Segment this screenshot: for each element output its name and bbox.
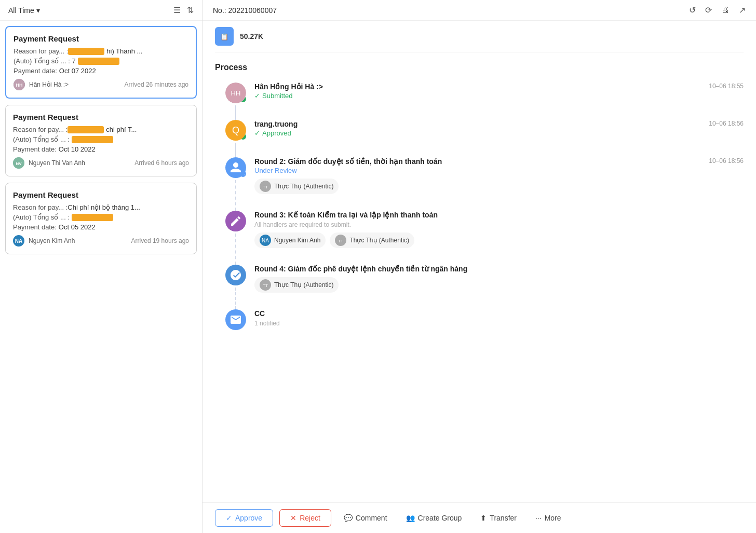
timeline-step-3: ··· Round 2: Giám đốc duyệt số tiền, thờ…	[225, 157, 744, 194]
process-section: Process HH ✓	[215, 52, 744, 330]
step3-header: Round 2: Giám đốc duyệt số tiền, thời hạ…	[254, 157, 744, 166]
approved-label: Approved	[262, 129, 291, 137]
svg-text:TT: TT	[263, 283, 268, 288]
transfer-button[interactable]: ⬆ Transfer	[474, 510, 523, 526]
svg-text:NV: NV	[16, 161, 22, 166]
tong-so-row-3: (Auto) Tổng số ... :	[13, 213, 189, 221]
timeline-step-2: Q ✓ trang.truong 10–06 18:56 ✓	[225, 120, 744, 141]
step4-icon-wrapper	[225, 211, 246, 231]
payment-date-1: Oct 07 2022	[59, 67, 96, 75]
tong-so-label-2: (Auto) Tổng số ... :	[13, 135, 70, 143]
time-filter[interactable]: All Time ▾	[8, 6, 40, 15]
chevron-down-icon: ▾	[36, 6, 40, 15]
payment-date-2: Oct 10 2022	[59, 145, 96, 153]
reason-blur-2	[68, 126, 104, 133]
card-list: Payment Request Reason for pay... : hi) …	[0, 21, 202, 533]
reason-blur-1	[68, 48, 104, 55]
step2-content: trang.truong 10–06 18:56 ✓ Approved	[254, 120, 744, 137]
step6-header: CC	[254, 309, 744, 318]
sender-name-3: Nguyen Kim Anh	[29, 237, 75, 244]
step2-time: 10–06 18:56	[709, 120, 744, 127]
payment-date-row-3: Payment date: Oct 05 2022	[13, 223, 189, 231]
step3-icon-wrapper: ···	[225, 157, 246, 178]
step4-name: Round 3: Kế toán Kiểm tra lại và lập lện…	[254, 211, 438, 219]
right-header: No.: 202210060007 ↺ ⟳ 🖨 ↗	[203, 0, 756, 21]
card-title-3: Payment Request	[13, 190, 189, 199]
sort-icon[interactable]: ⇅	[187, 5, 194, 15]
assignee-chip-tt3: TT Thực Thụ (Authentic)	[254, 277, 339, 293]
arrived-1: Arrived 26 minutes ago	[125, 81, 188, 88]
card-footer-3: NA Nguyen Kim Anh Arrived 19 hours ago	[13, 235, 189, 247]
step2-status: ✓ Approved	[254, 129, 744, 137]
assignee-img-tt3: TT	[260, 279, 271, 291]
step5-line	[235, 288, 236, 309]
document-number: No.: 202210060007	[213, 6, 277, 15]
timeline-step-6: CC 1 notified	[225, 309, 744, 330]
tong-so-label-3: (Auto) Tổng số ... :	[13, 213, 70, 221]
submitted-label: Submitted	[262, 92, 293, 100]
payment-card-3[interactable]: Payment Request Reason for pay... : Chi …	[5, 183, 197, 254]
approved-check-icon: ✓	[254, 129, 260, 137]
process-title: Process	[215, 63, 744, 72]
reload-icon[interactable]: ⟳	[705, 5, 712, 15]
reject-button[interactable]: ✕ Reject	[279, 509, 331, 527]
reason-text-3: Chi phí nội bộ tháng 1...	[68, 203, 140, 211]
assignee-name-tt3: Thực Thụ (Authentic)	[274, 281, 333, 289]
tong-so-blur-3	[72, 214, 113, 221]
avatar-3: NA	[13, 235, 24, 247]
more-icon: ···	[535, 514, 542, 522]
print-icon[interactable]: 🖨	[721, 5, 730, 15]
amount-value: 50.27K	[240, 32, 263, 40]
left-header-actions: ☰ ⇅	[173, 5, 194, 15]
payment-card-1[interactable]: Payment Request Reason for pay... : hi) …	[5, 26, 197, 99]
step1-icon-wrapper: HH ✓	[225, 83, 246, 103]
step6-content: CC 1 notified	[254, 309, 744, 327]
reason-text-1: hi) Thanh ...	[106, 47, 142, 55]
left-panel: All Time ▾ ☰ ⇅ Payment Request Reason fo…	[0, 0, 203, 533]
step6-name: CC	[254, 309, 265, 318]
assignee-avatar-na: NA	[260, 235, 271, 246]
assignee-avatar-tt2: TT	[335, 235, 346, 246]
payment-date-label-1: Payment date:	[14, 67, 57, 75]
step4-assignees: NA Nguyen Kim Anh TT Thực Thụ (Authentic…	[254, 233, 744, 248]
share-icon[interactable]: ↗	[739, 5, 746, 15]
assignee-chip-1: TT Thực Thụ (Authentic)	[254, 179, 339, 194]
payment-card-2[interactable]: Payment Request Reason for pay... : chi …	[5, 105, 197, 176]
arrived-2: Arrived 6 hours ago	[134, 159, 189, 167]
avatar-2: NV	[13, 157, 24, 169]
step1-icon: HH	[225, 83, 246, 103]
comment-button[interactable]: 💬 Comment	[338, 510, 394, 526]
step5-icon-wrapper	[225, 265, 246, 285]
step5-approve-icon	[230, 269, 242, 281]
step4-edit-icon	[230, 215, 242, 227]
svg-text:HH: HH	[231, 89, 241, 97]
card-title-2: Payment Request	[13, 113, 189, 121]
card-footer-2: NV Nguyen Thi Van Anh Arrived 6 hours ag…	[13, 157, 189, 169]
refresh-icon[interactable]: ↺	[689, 5, 696, 15]
step1-name: Hân Hồng Hỏi Hà :>	[254, 83, 323, 91]
timeline-step-5: Round 4: Giám đốc phê duyệt lệnh chuyển …	[225, 265, 744, 293]
amount-row: 📋 50.27K	[215, 21, 744, 52]
step5-name: Round 4: Giám đốc phê duyệt lệnh chuyển …	[254, 265, 467, 273]
create-group-button[interactable]: 👥 Create Group	[400, 510, 468, 526]
step3-content: Round 2: Giám đốc duyệt số tiền, thời hạ…	[254, 157, 744, 194]
timeline-step-4: Round 3: Kế toán Kiểm tra lại và lập lện…	[225, 211, 744, 248]
approve-check-icon: ✓	[226, 514, 232, 522]
step4-header: Round 3: Kế toán Kiểm tra lại và lập lện…	[254, 211, 744, 219]
sender-name-2: Nguyen Thi Van Anh	[29, 159, 85, 167]
list-icon[interactable]: ☰	[173, 5, 181, 15]
step6-status: 1 notified	[254, 320, 744, 327]
tong-so-row-2: (Auto) Tổng số ... :	[13, 135, 189, 143]
right-header-actions: ↺ ⟳ 🖨 ↗	[689, 5, 746, 15]
assignee-img-1: TT	[260, 181, 271, 192]
avatar-initials-3: NA	[15, 238, 22, 244]
right-body: 📋 50.27K Process HH	[203, 21, 756, 533]
transfer-icon: ⬆	[480, 514, 487, 522]
payment-date-3: Oct 05 2022	[59, 223, 96, 231]
approve-button[interactable]: ✓ Approve	[215, 509, 273, 527]
card-footer-1: HH Hân Hỏi Hà :> Arrived 26 minutes ago	[14, 79, 188, 90]
submitted-check-icon: ✓	[254, 92, 260, 100]
more-label: More	[545, 514, 561, 522]
more-button[interactable]: ··· More	[529, 510, 568, 526]
step2-line	[235, 143, 236, 157]
